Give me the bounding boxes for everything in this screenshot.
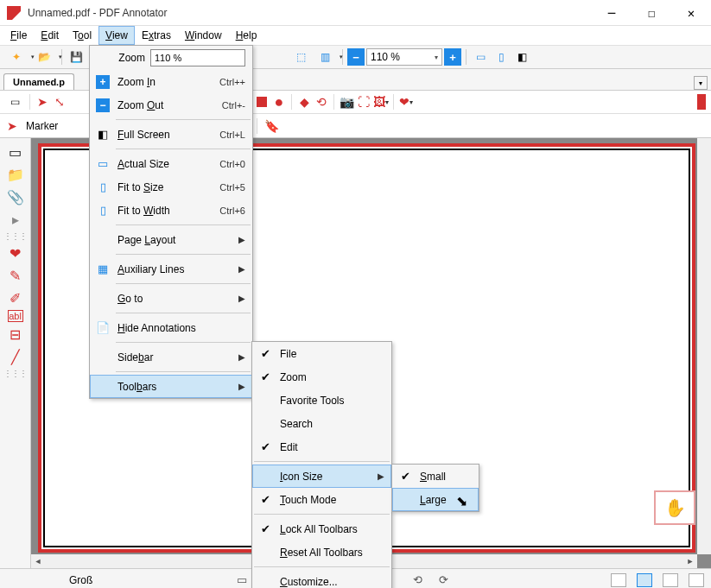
iconsize-small[interactable]: ✔Small — [392, 465, 479, 488]
scroll-left-button[interactable]: ◄ — [31, 554, 45, 568]
view-two-cont-button[interactable] — [689, 573, 704, 587]
zoom-label: Zoom — [118, 52, 145, 64]
nav-next-icon[interactable]: ⟳ — [435, 572, 451, 588]
title-bar: Unnamed.pdf - PDF Annotator ─ ☐ ✕ — [0, 0, 711, 26]
sidebar-marker-icon[interactable]: ✐ — [5, 288, 26, 308]
scroll-right-button[interactable]: ► — [683, 554, 697, 568]
zoom-input[interactable] — [150, 49, 245, 66]
page-icon[interactable]: ▭ — [471, 47, 490, 66]
submenu-customize[interactable]: Customize... — [252, 570, 391, 588]
fullscreen-icon[interactable]: ◧ — [512, 47, 531, 66]
submenu-search[interactable]: Search — [252, 412, 391, 435]
rect-fill-icon[interactable] — [255, 95, 269, 109]
image-icon[interactable]: 🖼▾ — [374, 95, 388, 109]
sidebar-arrow-icon[interactable]: ╱ — [5, 346, 26, 367]
ellipse-fill-icon[interactable]: ● — [272, 95, 286, 109]
tab-dropdown[interactable]: ▾ — [694, 76, 708, 90]
menu-aux-lines[interactable]: ▦Auxiliary Lines▶ — [90, 257, 252, 281]
menu-edit[interactable]: Edit — [34, 26, 66, 45]
sidebar-stamp-icon[interactable]: ⊟ — [5, 324, 26, 345]
zoom-combo[interactable]: 110 %▾ — [366, 48, 442, 66]
submenu-favorite-tools[interactable]: Favorite Tools — [252, 389, 391, 412]
menu-full-screen[interactable]: ◧Full ScreenCtrl+L — [90, 123, 252, 146]
sidebar-page-icon[interactable]: ▭ — [5, 142, 26, 162]
camera-icon[interactable]: 📷 — [340, 95, 353, 109]
menu-hide-annotations[interactable]: 📄Hide Annotations — [90, 316, 252, 339]
menu-extras[interactable]: Extras — [135, 26, 178, 45]
maximize-button[interactable]: ☐ — [632, 0, 671, 26]
vertical-scrollbar[interactable] — [697, 138, 711, 554]
submenu-lock-toolbars[interactable]: ✔Lock All Toolbars — [252, 517, 391, 541]
heart-icon[interactable]: ❤▾ — [399, 95, 413, 109]
submenu-edit[interactable]: ✔Edit — [252, 435, 391, 458]
zoom-out-button[interactable]: − — [347, 48, 365, 66]
document-tab[interactable]: Unnamed.p — [3, 73, 74, 90]
page-width-icon[interactable]: ▯ — [492, 47, 511, 66]
tag-icon[interactable]: 🔖 — [264, 119, 278, 133]
layout-button[interactable]: ▥▾ — [312, 47, 338, 66]
view-menu: Zoom +Zoom InCtrl++ −Zoom OutCtrl+- ◧Ful… — [89, 45, 253, 399]
sidebar-pen-icon[interactable]: ✎ — [5, 265, 26, 286]
status-page-icon[interactable]: ▭ — [234, 572, 250, 588]
menu-bar: File Edit Tool View Extras Window Help — [0, 26, 711, 45]
erase-stroke-icon[interactable]: ⟲ — [314, 95, 328, 109]
submenu-icon-size[interactable]: Icon Size▶ — [252, 465, 391, 488]
new-button[interactable]: ✦▾ — [3, 47, 29, 66]
pointer-alt-icon[interactable]: ⤡ — [53, 95, 67, 109]
close-button[interactable]: ✕ — [671, 0, 711, 26]
minimize-button[interactable]: ─ — [592, 0, 632, 26]
sidebar-clip-icon[interactable]: 📎 — [5, 187, 26, 207]
menu-help[interactable]: Help — [229, 26, 264, 45]
zoom-in-button[interactable]: + — [444, 48, 461, 66]
save-button[interactable]: 💾 — [67, 47, 86, 66]
view-two-button[interactable] — [663, 573, 678, 587]
menu-zoom-out[interactable]: −Zoom OutCtrl+- — [90, 93, 252, 117]
menu-window[interactable]: Window — [178, 26, 229, 45]
toolbars-submenu: ✔File ✔Zoom Favorite Tools Search ✔Edit … — [251, 341, 392, 588]
sidebar-heart-icon[interactable]: ❤ — [5, 243, 26, 263]
menu-zoom-in[interactable]: +Zoom InCtrl++ — [90, 70, 252, 93]
left-sidebar: ▭ 📁 📎 ▸ ⋮⋮⋮ ❤ ✎ ✐ abl ⊟ ╱ ⋮⋮⋮ — [0, 138, 31, 568]
window-title: Unnamed.pdf - PDF Annotator — [28, 7, 592, 19]
menu-file[interactable]: File — [3, 26, 34, 45]
org-chart-icon[interactable]: ⬚ — [291, 47, 310, 66]
cursor-tool-icon[interactable]: ➤ — [5, 119, 19, 133]
menu-toolbars[interactable]: Toolbars▶ — [90, 375, 252, 398]
menu-go-to[interactable]: Go to▶ — [90, 287, 252, 310]
nav-prev-icon[interactable]: ⟲ — [409, 572, 425, 588]
sidebar-text-icon[interactable]: abl — [8, 310, 23, 322]
eraser-icon[interactable]: ◆ — [297, 95, 311, 109]
submenu-touch-mode[interactable]: ✔Touch Mode — [252, 488, 391, 511]
app-icon — [7, 6, 21, 20]
open-button[interactable]: 📂▾ — [31, 47, 57, 66]
zoom-row: Zoom — [90, 46, 252, 70]
sidebar-grip[interactable]: ⋮⋮⋮ — [3, 231, 27, 241]
menu-fit-size[interactable]: ▯Fit to SizeCtrl+5 — [90, 175, 252, 199]
status-size-label: Groß — [69, 574, 92, 586]
menu-view[interactable]: View — [98, 26, 135, 45]
page-thumb-icon[interactable]: ▭ — [5, 92, 24, 111]
mouse-cursor: ⬊ — [456, 493, 467, 509]
sidebar-chevron-icon[interactable]: ▸ — [5, 209, 26, 230]
submenu-file[interactable]: ✔File — [252, 342, 391, 365]
view-cont-button[interactable] — [637, 573, 652, 587]
sidebar-grip-2[interactable]: ⋮⋮⋮ — [3, 369, 27, 378]
submenu-zoom[interactable]: ✔Zoom — [252, 365, 391, 389]
menu-sidebar[interactable]: Sidebar▶ — [90, 345, 252, 369]
touch-hand-button[interactable]: ✋ — [654, 490, 695, 525]
menu-tool[interactable]: Tool — [66, 26, 98, 45]
pointer-icon[interactable]: ➤ — [35, 95, 49, 109]
menu-fit-width[interactable]: ▯Fit to WidthCtrl+6 — [90, 199, 252, 222]
view-single-button[interactable] — [611, 573, 626, 587]
crop-icon[interactable]: ⛶ — [357, 95, 371, 109]
submenu-reset-toolbars[interactable]: Reset All Toolbars — [252, 541, 391, 564]
menu-page-layout[interactable]: Page Layout▶ — [90, 228, 252, 251]
menu-actual-size[interactable]: ▭Actual SizeCtrl+0 — [90, 152, 252, 175]
marker-label: Marker — [26, 120, 58, 132]
sidebar-folder-icon[interactable]: 📁 — [5, 164, 26, 185]
color-swatch[interactable] — [697, 94, 706, 110]
